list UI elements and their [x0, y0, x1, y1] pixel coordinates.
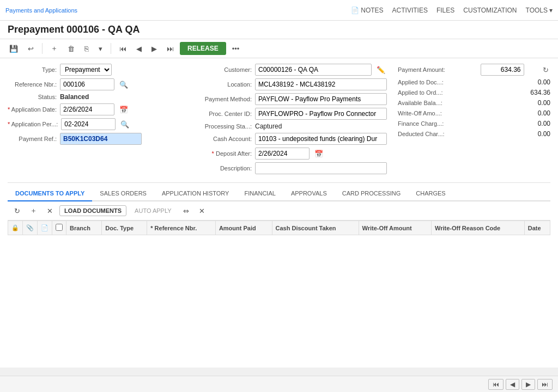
write-off-amo-label: Write-Off Amo...:	[398, 110, 463, 117]
finance-charg-row: Finance Charg...: 0.00	[398, 120, 550, 127]
customer-label: Customer:	[203, 66, 252, 73]
app-date-calendar-icon[interactable]: 📅	[118, 105, 130, 114]
payment-method-input[interactable]	[255, 93, 387, 105]
notes-icon: 📄	[351, 7, 359, 14]
main-toolbar: 💾 ↩ ＋ 🗑 ⎘ ▾ ⏮ ◀ ▶ ⏭ RELEASE •••	[0, 39, 558, 58]
processing-status-value: Captured	[255, 122, 387, 130]
app-date-input[interactable]	[60, 103, 114, 115]
tab-documents[interactable]: DOCUMENTS TO APPLY	[8, 186, 92, 201]
copy-dropdown-button[interactable]: ▾	[95, 42, 106, 55]
table-delete-button[interactable]: ✕	[44, 205, 56, 217]
customer-edit-icon[interactable]: ✏️	[375, 65, 387, 75]
form-section: Type: Prepayment Reference Nbr.: 🔍 Statu…	[8, 64, 550, 183]
ref-nbr-search-icon[interactable]: 🔍	[118, 80, 130, 89]
clear-button[interactable]: ✕	[196, 205, 208, 217]
applied-to-doc-row: Applied to Doc...: 0.00	[398, 78, 550, 86]
col-write-off-reason: Write-Off Reason Code	[431, 221, 524, 235]
processing-status-row: Processing Sta...: Captured	[203, 122, 387, 130]
activities-nav-item[interactable]: ACTIVITIES	[392, 7, 428, 14]
form-left-col: Type: Prepayment Reference Nbr.: 🔍 Statu…	[8, 64, 192, 177]
col-checkbox[interactable]	[52, 221, 66, 235]
app-per-row: Application Per...: 🔍	[8, 118, 192, 130]
discard-button[interactable]: ↩	[24, 42, 38, 55]
col-note-icon: 📎	[23, 221, 38, 235]
deposit-after-calendar-icon[interactable]: 📅	[313, 149, 325, 158]
page-title: Prepayment 000106 - QA QA	[0, 21, 558, 39]
payment-ref-label: Payment Ref.:	[8, 136, 57, 142]
description-row: Description:	[203, 162, 387, 174]
tab-charges[interactable]: CHARGES	[408, 186, 453, 201]
tools-dropdown-icon: ▾	[549, 7, 553, 14]
tools-nav-item[interactable]: TOOLS ▾	[526, 7, 553, 14]
load-documents-button[interactable]: LOAD DOCUMENTS	[59, 205, 126, 216]
toolbar-separator	[42, 43, 43, 54]
top-nav-actions: 📄 NOTES ACTIVITIES FILES CUSTOMIZATION T…	[351, 7, 553, 14]
fit-columns-button[interactable]: ⇔	[180, 205, 192, 217]
release-button[interactable]: RELEASE	[180, 42, 226, 55]
top-nav: Payments and Applications 📄 NOTES ACTIVI…	[0, 0, 558, 21]
app-per-search-icon[interactable]: 🔍	[119, 120, 131, 129]
applied-to-ord-row: Applied to Ord...: 634.36	[398, 89, 550, 96]
table-header-row: 🔒 📎 📄 Branch Doc. Type * Reference Nbr. …	[8, 221, 550, 235]
proc-center-input[interactable]	[255, 108, 387, 120]
location-label: Location:	[203, 81, 252, 88]
payment-amount-label: Payment Amount:	[398, 66, 463, 73]
col-doc-type: Doc. Type	[102, 221, 147, 235]
form-middle-col: Customer: ✏️ Location: Payment Method: P…	[203, 64, 387, 177]
ref-nbr-label: Reference Nbr.:	[8, 81, 57, 88]
deposit-after-row: Deposit After: 📅	[203, 148, 387, 160]
next-record-button[interactable]: ▶	[148, 42, 161, 55]
save-button[interactable]: 💾	[5, 42, 22, 55]
tab-approvals[interactable]: APPROVALS	[283, 186, 335, 201]
table-add-button[interactable]: ＋	[27, 204, 40, 217]
payment-amount-row: Payment Amount: ↻	[398, 64, 550, 76]
table-refresh-button[interactable]: ↻	[11, 205, 23, 217]
ref-nbr-input[interactable]	[60, 78, 114, 90]
select-all-checkbox[interactable]	[56, 224, 63, 231]
customization-nav-item[interactable]: CUSTOMIZATION	[463, 7, 517, 14]
tab-app_history[interactable]: APPLICATION HISTORY	[154, 186, 236, 201]
description-input[interactable]	[255, 162, 387, 174]
col-ref-nbr: * Reference Nbr.	[147, 221, 216, 235]
finance-charg-value: 0.00	[518, 120, 550, 127]
deposit-after-label: Deposit After:	[203, 150, 252, 157]
documents-table: 🔒 📎 📄 Branch Doc. Type * Reference Nbr. …	[8, 220, 550, 235]
applied-to-doc-label: Applied to Doc...:	[398, 79, 463, 85]
deducted-char-value: 0.00	[518, 130, 550, 138]
prev-record-button[interactable]: ◀	[132, 42, 145, 55]
app-per-input[interactable]	[61, 118, 116, 130]
write-off-amo-value: 0.00	[518, 109, 550, 117]
type-select[interactable]: Prepayment	[60, 64, 112, 76]
main-content: Type: Prepayment Reference Nbr.: 🔍 Statu…	[0, 58, 558, 367]
payment-ref-input[interactable]	[60, 133, 142, 145]
deposit-after-input[interactable]	[255, 148, 310, 160]
status-value: Balanced	[60, 93, 89, 101]
notes-nav-item[interactable]: 📄 NOTES	[351, 7, 383, 14]
proc-center-label: Proc. Center ID:	[203, 111, 252, 117]
tab-financial[interactable]: FINANCIAL	[236, 186, 283, 201]
payment-amount-input[interactable]	[481, 64, 524, 76]
customer-input[interactable]	[255, 64, 372, 76]
write-off-amo-row: Write-Off Amo...: 0.00	[398, 109, 550, 117]
breadcrumb[interactable]: Payments and Applications	[5, 7, 77, 14]
payment-amount-refresh-icon[interactable]: ↻	[541, 65, 550, 75]
more-actions-button[interactable]: •••	[228, 42, 244, 55]
add-row-button[interactable]: ＋	[47, 41, 62, 56]
copy-paste-button[interactable]: ⎘	[81, 42, 93, 55]
type-row: Type: Prepayment	[8, 64, 192, 76]
location-input[interactable]	[255, 78, 387, 90]
tab-card_processing[interactable]: CARD PROCESSING	[335, 186, 409, 201]
files-nav-item[interactable]: FILES	[436, 7, 454, 14]
available-bala-label: Available Bala...:	[398, 100, 463, 106]
auto-apply-button[interactable]: AUTO APPLY	[130, 205, 176, 216]
first-record-button[interactable]: ⏮	[116, 42, 130, 55]
delete-row-button[interactable]: 🗑	[64, 42, 78, 55]
ref-nbr-row: Reference Nbr.: 🔍	[8, 78, 192, 90]
applied-to-ord-value: 634.36	[518, 89, 550, 96]
tab-sales_orders[interactable]: SALES ORDERS	[92, 186, 154, 201]
cash-account-input[interactable]	[255, 133, 387, 145]
deducted-char-row: Deducted Char...: 0.00	[398, 130, 550, 138]
col-amount-paid: Amount Paid	[215, 221, 272, 235]
last-record-button[interactable]: ⏭	[163, 42, 178, 55]
status-label: Status:	[8, 94, 57, 100]
